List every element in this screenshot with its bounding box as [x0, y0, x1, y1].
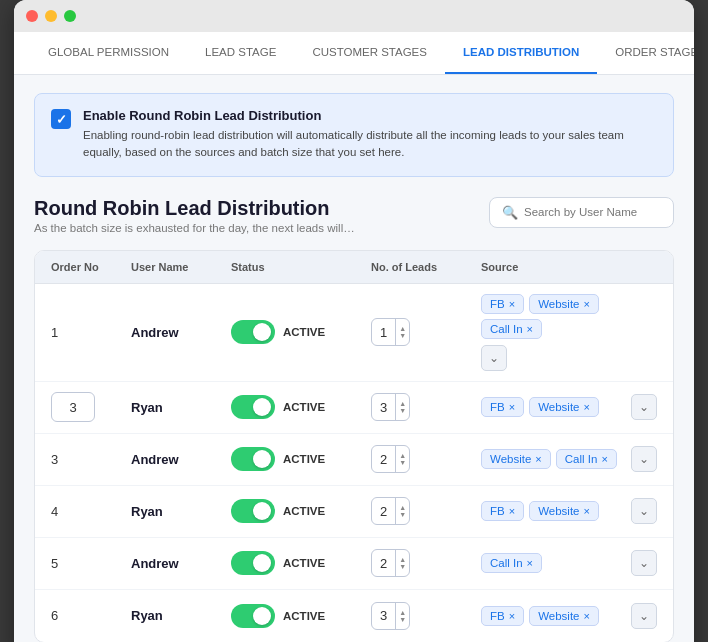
down-arrow: ▼ — [399, 563, 406, 570]
enable-checkbox[interactable] — [51, 109, 71, 129]
expand-button[interactable]: ⌄ — [631, 550, 657, 576]
leads-arrows[interactable]: ▲ ▼ — [395, 446, 409, 472]
leads-spinner[interactable]: 3 ▲ ▼ — [371, 602, 410, 630]
up-arrow: ▲ — [399, 556, 406, 563]
remove-website[interactable]: × — [583, 505, 589, 517]
maximize-dot[interactable] — [64, 10, 76, 22]
leads-arrows[interactable]: ▲ ▼ — [395, 603, 409, 629]
status-label: ACTIVE — [283, 453, 325, 465]
col-order-no: Order No — [51, 261, 131, 273]
status-toggle[interactable] — [231, 499, 275, 523]
status-toggle[interactable] — [231, 551, 275, 575]
table-row: 3 Andrew ACTIVE 2 ▲ ▼ — [35, 434, 673, 486]
leads-arrows[interactable]: ▲ ▼ — [395, 319, 409, 345]
leads-cell: 3 ▲ ▼ — [371, 393, 481, 421]
leads-spinner[interactable]: 2 ▲ ▼ — [371, 549, 410, 577]
leads-value: 2 — [372, 452, 395, 467]
minimize-dot[interactable] — [45, 10, 57, 22]
source-tags: FB× Website× — [481, 397, 599, 417]
status-cell: ACTIVE — [231, 604, 371, 628]
remove-fb[interactable]: × — [509, 401, 515, 413]
user-name: Andrew — [131, 325, 231, 340]
order-number-editable[interactable] — [51, 392, 131, 422]
expand-button[interactable]: ⌄ — [631, 446, 657, 472]
table-row: Ryan ACTIVE 3 ▲ ▼ FB× — [35, 382, 673, 434]
source-cell: Call In× ⌄ — [481, 550, 657, 576]
remove-callin[interactable]: × — [601, 453, 607, 465]
remove-website[interactable]: × — [583, 401, 589, 413]
source-tag-website: Website× — [481, 449, 551, 469]
status-toggle[interactable] — [231, 395, 275, 419]
leads-value: 3 — [372, 400, 395, 415]
leads-cell: 2 ▲ ▼ — [371, 445, 481, 473]
tab-bar: GLOBAL PERMISSION LEAD STAGE CUSTOMER ST… — [14, 32, 694, 75]
order-number: 3 — [51, 452, 131, 467]
remove-callin[interactable]: × — [527, 323, 533, 335]
leads-spinner[interactable]: 1 ▲ ▼ — [371, 318, 410, 346]
source-tag-website: Website× — [529, 606, 599, 626]
up-arrow: ▲ — [399, 504, 406, 511]
search-icon: 🔍 — [502, 205, 518, 220]
leads-arrows[interactable]: ▲ ▼ — [395, 498, 409, 524]
source-tags: Call In× — [481, 553, 542, 573]
status-label: ACTIVE — [283, 326, 325, 338]
tab-order-stages[interactable]: ORDER STAGES — [597, 32, 694, 74]
status-label: ACTIVE — [283, 505, 325, 517]
source-tag-fb: FB× — [481, 294, 524, 314]
source-tag-fb: FB× — [481, 397, 524, 417]
col-status: Status — [231, 261, 371, 273]
close-dot[interactable] — [26, 10, 38, 22]
remove-callin[interactable]: × — [527, 557, 533, 569]
expand-button[interactable]: ⌄ — [631, 394, 657, 420]
status-cell: ACTIVE — [231, 551, 371, 575]
remove-fb[interactable]: × — [509, 610, 515, 622]
source-tags: Website× Call In× — [481, 449, 617, 469]
info-box: Enable Round Robin Lead Distribution Ena… — [34, 93, 674, 177]
source-tag-website: Website× — [529, 397, 599, 417]
expand-button[interactable]: ⌄ — [481, 345, 507, 371]
status-cell: ACTIVE — [231, 447, 371, 471]
remove-fb[interactable]: × — [509, 298, 515, 310]
tab-customer-stages[interactable]: CUSTOMER STAGES — [294, 32, 445, 74]
status-label: ACTIVE — [283, 557, 325, 569]
expand-button[interactable]: ⌄ — [631, 498, 657, 524]
leads-spinner[interactable]: 3 ▲ ▼ — [371, 393, 410, 421]
info-box-description: Enabling round-robin lead distribution w… — [83, 127, 657, 162]
section-header: Round Robin Lead Distribution As the bat… — [34, 197, 674, 234]
user-name: Ryan — [131, 504, 231, 519]
leads-arrows[interactable]: ▲ ▼ — [395, 550, 409, 576]
source-tag-website: Website× — [529, 501, 599, 521]
down-arrow: ▼ — [399, 332, 406, 339]
status-toggle[interactable] — [231, 447, 275, 471]
search-box[interactable]: 🔍 — [489, 197, 674, 228]
leads-spinner[interactable]: 2 ▲ ▼ — [371, 497, 410, 525]
tab-lead-stage[interactable]: LEAD STAGE — [187, 32, 294, 74]
leads-spinner[interactable]: 2 ▲ ▼ — [371, 445, 410, 473]
status-toggle[interactable] — [231, 604, 275, 628]
tab-global-permission[interactable]: GLOBAL PERMISSION — [30, 32, 187, 74]
leads-cell: 2 ▲ ▼ — [371, 497, 481, 525]
main-content: Enable Round Robin Lead Distribution Ena… — [14, 75, 694, 642]
leads-arrows[interactable]: ▲ ▼ — [395, 394, 409, 420]
source-tags: FB× Website× — [481, 606, 599, 626]
leads-cell: 1 ▲ ▼ — [371, 318, 481, 346]
expand-button[interactable]: ⌄ — [631, 603, 657, 629]
leads-value: 3 — [372, 608, 395, 623]
remove-website[interactable]: × — [535, 453, 541, 465]
status-toggle[interactable] — [231, 320, 275, 344]
order-input[interactable] — [51, 392, 95, 422]
tab-lead-distribution[interactable]: LEAD DISTRIBUTION — [445, 32, 597, 74]
remove-fb[interactable]: × — [509, 505, 515, 517]
user-name: Ryan — [131, 400, 231, 415]
leads-cell: 3 ▲ ▼ — [371, 602, 481, 630]
down-arrow: ▼ — [399, 511, 406, 518]
leads-value: 2 — [372, 556, 395, 571]
search-input[interactable] — [524, 206, 661, 218]
section-title-group: Round Robin Lead Distribution As the bat… — [34, 197, 355, 234]
section-title: Round Robin Lead Distribution — [34, 197, 355, 220]
down-arrow: ▼ — [399, 459, 406, 466]
source-tag-callin: Call In× — [556, 449, 617, 469]
leads-cell: 2 ▲ ▼ — [371, 549, 481, 577]
remove-website[interactable]: × — [583, 298, 589, 310]
remove-website[interactable]: × — [583, 610, 589, 622]
